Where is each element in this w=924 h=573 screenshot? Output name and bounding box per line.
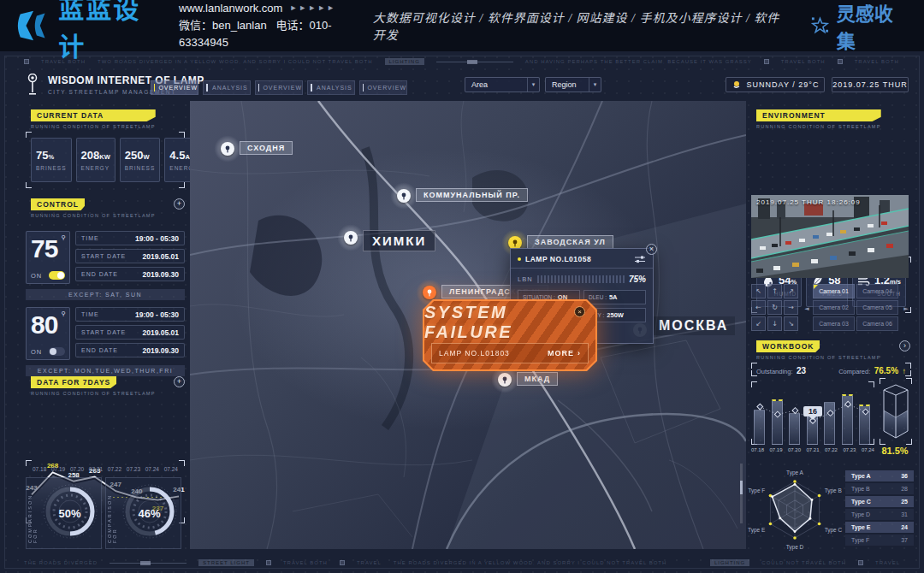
camera-01-button[interactable]: Camera 01 — [813, 284, 855, 298]
map-scrollbar[interactable] — [740, 464, 743, 523]
pan-up-button[interactable]: ↑ — [767, 284, 782, 298]
bar-tooltip: 16 — [803, 406, 822, 416]
chevron-right-icon: › — [578, 349, 581, 357]
svg-text:Type C: Type C — [825, 527, 843, 534]
map-label: МКАД — [517, 372, 558, 386]
camera-feed[interactable]: 2019.07.25 THUR 18:26:09 — [751, 195, 909, 278]
lamp-pin-icon — [498, 373, 512, 387]
start-date-row[interactable]: START DATE2019.05.01 — [75, 249, 185, 263]
tab-overview-2[interactable]: OVERVIEW — [255, 80, 303, 95]
tab-overview-1[interactable]: OVERVIEW — [151, 80, 198, 95]
current-data-badge: CURRENT DATA — [31, 109, 156, 121]
workbook-next-button[interactable]: › — [899, 340, 910, 351]
top-banner: 蓝蓝设计 www.lanlanwork.com ►►►►► 微信：ben_lan… — [0, 0, 924, 51]
lanlan-logo-icon — [15, 9, 51, 43]
camera-04-button[interactable]: Camera 04 — [856, 284, 898, 298]
x-tick-label: 07.24 — [862, 447, 874, 452]
pan-down-right-button[interactable]: ↘ — [784, 316, 798, 331]
pan-down-left-button[interactable]: ↙ — [751, 316, 766, 331]
camera-next-button[interactable]: ► — [902, 303, 910, 315]
trend-add-button[interactable]: + — [174, 376, 185, 387]
pan-down-button[interactable]: ↓ — [767, 316, 782, 331]
time-row[interactable]: TIME19:00 - 05:30 — [75, 231, 185, 245]
map-label: КОММУНАЛЬНЫЙ ПР. — [416, 188, 528, 202]
alert-close-icon[interactable]: × — [574, 306, 585, 317]
lbn-value: 75% — [629, 275, 646, 284]
website-link[interactable]: www.lanlanwork.com — [179, 0, 282, 17]
chevron-down-icon: ▾ — [527, 78, 539, 92]
type-row-b[interactable]: Type B28 — [845, 483, 914, 494]
control-badge: CONTROL — [31, 198, 85, 210]
x-tick-label: 07.23 — [127, 466, 140, 472]
metric-card-energy-kw: 208KW ENERGY — [76, 138, 116, 182]
end-date-row[interactable]: END DATE2019.09.30 — [75, 267, 185, 281]
except-days-2: EXCEPT: MON,TUE,WED,THUR,FRI — [26, 365, 185, 376]
star-icon — [810, 15, 830, 36]
camera-list: Camera 01 Camera 02 Camera 03 Camera 04 … — [813, 284, 898, 331]
map-label: ХИМКИ — [363, 230, 435, 251]
workbook-bar-chart: 16 — [751, 381, 874, 445]
start-date-row[interactable]: START DATE2019.05.01 — [75, 325, 185, 340]
schedule-1-toggle[interactable] — [49, 271, 65, 280]
brand-name: 蓝蓝设计 — [58, 0, 163, 63]
sliders-icon[interactable] — [634, 255, 646, 263]
compared-value: 76.5% — [874, 366, 898, 375]
schedule-2-toggle[interactable] — [49, 347, 65, 356]
type-row-c[interactable]: Type C25 — [845, 496, 914, 507]
x-tick-label: 07.22 — [108, 466, 121, 472]
x-tick-label: 07.20 — [788, 447, 801, 452]
pan-up-right-button[interactable]: ↗ — [784, 284, 798, 298]
type-radar-chart: Type AType BType CType DType EType F — [746, 467, 847, 552]
more-button[interactable]: MORE › — [548, 349, 581, 357]
status-dot — [518, 257, 521, 261]
end-date-row[interactable]: END DATE2019.09.30 — [75, 343, 185, 357]
chevron-down-icon: ▾ — [589, 78, 601, 92]
pan-up-left-button[interactable]: ↖ — [751, 284, 766, 298]
wechat-contact: 微信：ben_lanlan — [179, 19, 267, 32]
svg-text:Type A: Type A — [786, 470, 804, 476]
svg-text:Type D: Type D — [786, 544, 804, 551]
area-select[interactable]: Area ▾ — [465, 77, 540, 92]
traffic-scene — [751, 195, 909, 278]
schedule-block-1: ⚲ 75 ON TIME19:00 - 05:30 START DATE2019… — [26, 231, 185, 284]
tab-analysis-1[interactable]: ANALYSIS — [203, 80, 251, 95]
pan-right-button[interactable]: → — [784, 300, 798, 315]
reset-view-button[interactable]: ↻ — [767, 300, 782, 315]
map-label: МОСКВА — [652, 316, 735, 335]
x-tick-label: 07.24 — [145, 466, 159, 472]
camera-02-button[interactable]: Camera 02 — [813, 300, 855, 315]
workbook-x-axis: 07.1807.1907.2007.2107.2207.2307.24 — [751, 447, 874, 452]
camera-prev-button[interactable]: ◄ — [803, 303, 811, 315]
inspiration-collect[interactable]: 灵感收集 — [810, 0, 909, 53]
x-tick-label: 07.22 — [825, 447, 838, 452]
type-row-a[interactable]: Type A36 — [845, 470, 914, 481]
camera-timestamp: 2019.07.25 THUR 18:26:09 — [756, 198, 861, 206]
x-tick-label: 07.21 — [89, 466, 103, 472]
x-tick-label: 07.24 — [164, 466, 178, 472]
tab-analysis-2[interactable]: ANALYSIS — [307, 80, 355, 95]
camera-06-button[interactable]: Camera 06 — [856, 316, 898, 331]
type-row-f[interactable]: Type F37 — [845, 535, 914, 546]
tab-overview-3[interactable]: OVERVIEW — [359, 80, 407, 95]
time-row[interactable]: TIME19:00 - 05:30 — [75, 307, 185, 322]
x-tick-label: 07.18 — [33, 466, 46, 472]
control-header: CONTROL + RUNNING CONDITION OF STREETLAM… — [31, 198, 185, 218]
type-row-e[interactable]: Type E24 — [845, 522, 914, 533]
schedule-block-2: ⚲ 80 ON TIME19:00 - 05:30 START DATE2019… — [26, 307, 185, 360]
camera-05-button[interactable]: Camera 05 — [856, 300, 898, 315]
camera-03-button[interactable]: Camera 03 — [813, 316, 855, 331]
popup-close-icon[interactable]: × — [646, 244, 657, 255]
city-map[interactable]: СХОДНЯ КОММУНАЛЬНЫЙ ПР. ХИМКИ ЗАВОДСКАЯ … — [190, 101, 746, 549]
pan-left-button[interactable]: ← — [751, 300, 766, 315]
lamp-mini-icon: ⚲ — [62, 234, 66, 241]
control-add-button[interactable]: + — [174, 198, 185, 210]
date-widget: 2019.07.25 THUR — [832, 77, 909, 92]
metric-card-briness-w: 250W BRINESS — [120, 138, 161, 182]
x-tick-label: 07.19 — [51, 466, 65, 472]
control-panel: ⚲ 75 ON TIME19:00 - 05:30 START DATE2019… — [26, 224, 185, 376]
region-select[interactable]: Region ▾ — [545, 77, 601, 92]
type-row-d[interactable]: Type D31 — [845, 509, 914, 520]
brightness-level-card: ⚲ 80 ON — [26, 307, 70, 360]
lbn-progress-bar — [537, 275, 625, 283]
current-data-header: CURRENT DATA RUNNING CONDITION OF STREET… — [31, 109, 156, 129]
